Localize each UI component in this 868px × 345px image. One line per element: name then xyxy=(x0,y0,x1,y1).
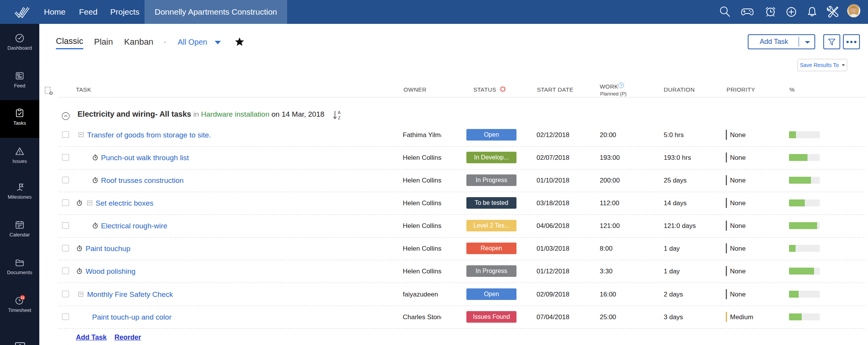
svg-text:11: 11 xyxy=(21,296,25,300)
svg-text:A: A xyxy=(338,110,341,115)
svg-text:Z: Z xyxy=(338,116,341,120)
